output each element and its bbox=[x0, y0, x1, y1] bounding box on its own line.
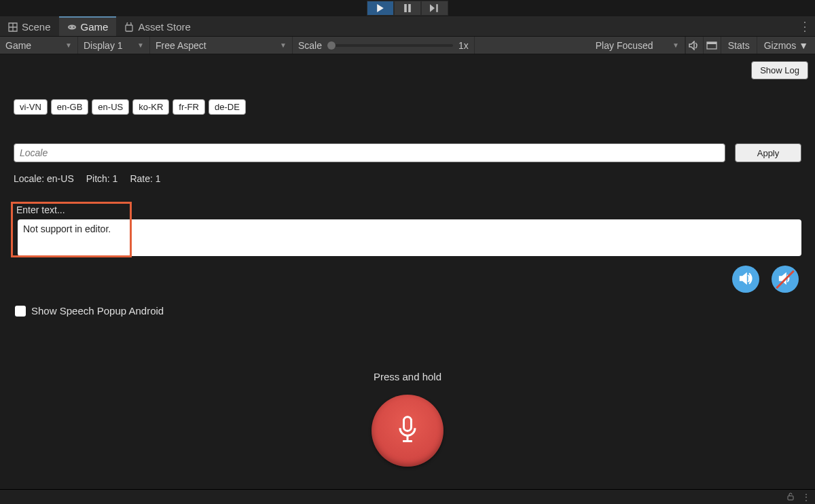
maximize-toggle[interactable] bbox=[703, 37, 721, 54]
status-rate: Rate: 1 bbox=[130, 173, 160, 184]
play-button[interactable] bbox=[367, 1, 394, 16]
tab-scene-label: Scene bbox=[22, 21, 51, 33]
tab-asset-store[interactable]: Asset Store bbox=[116, 16, 199, 36]
grid-icon bbox=[8, 22, 18, 32]
scale-label: Scale bbox=[298, 40, 322, 51]
svg-rect-1 bbox=[408, 4, 411, 12]
svg-point-5 bbox=[73, 26, 74, 27]
gizmos-dropdown[interactable]: Gizmos ▼ bbox=[757, 37, 815, 54]
text-input[interactable]: Not support in editor. bbox=[18, 219, 801, 256]
language-list: vi-VN en-GB en-US ko-KR fr-FR de-DE bbox=[14, 99, 808, 115]
play-mode-label: Play Focused bbox=[596, 40, 653, 51]
chevron-down-icon: ▼ bbox=[672, 41, 679, 49]
text-entry-section: Enter text... Not support in editor. bbox=[11, 202, 801, 256]
svg-rect-12 bbox=[788, 496, 793, 500]
locale-row: Apply bbox=[14, 143, 801, 162]
scale-control: Scale 1x bbox=[293, 37, 475, 54]
lang-pill[interactable]: en-US bbox=[92, 99, 129, 115]
view-dropdown[interactable]: Game ▼ bbox=[0, 37, 78, 54]
svg-rect-8 bbox=[707, 42, 717, 44]
lang-pill[interactable]: en-GB bbox=[51, 99, 89, 115]
aspect-dropdown[interactable]: Free Aspect ▼ bbox=[150, 37, 293, 54]
lock-icon[interactable] bbox=[786, 492, 795, 503]
lang-pill[interactable]: de-DE bbox=[209, 99, 246, 115]
locale-input[interactable] bbox=[14, 143, 725, 162]
panel-menu-button[interactable]: ⋮ bbox=[799, 16, 811, 36]
audio-toggle[interactable] bbox=[685, 37, 703, 54]
game-viewport: Show Log vi-VN en-GB en-US ko-KR fr-FR d… bbox=[0, 54, 815, 489]
slider-knob[interactable] bbox=[327, 41, 336, 50]
svg-rect-2 bbox=[436, 4, 437, 12]
gamepad-icon bbox=[67, 22, 77, 32]
pause-button[interactable] bbox=[394, 1, 421, 16]
tab-asset-store-label: Asset Store bbox=[138, 21, 191, 33]
play-mode-dropdown[interactable]: Play Focused ▼ bbox=[590, 37, 685, 54]
show-log-button[interactable]: Show Log bbox=[751, 61, 808, 79]
tab-game-label: Game bbox=[81, 21, 109, 33]
microphone-icon bbox=[396, 415, 419, 447]
mute-button[interactable] bbox=[772, 266, 799, 293]
enter-text-label: Enter text... bbox=[16, 202, 801, 215]
svg-rect-6 bbox=[126, 25, 132, 31]
step-button[interactable] bbox=[421, 1, 448, 16]
display-dropdown-label: Display 1 bbox=[84, 40, 123, 51]
play-controls-bar bbox=[0, 0, 815, 16]
speaker-icon bbox=[738, 271, 753, 288]
view-tabs-row: Scene Game Asset Store ⋮ bbox=[0, 16, 815, 37]
svg-point-4 bbox=[69, 26, 71, 27]
chevron-down-icon: ▼ bbox=[137, 41, 144, 49]
display-dropdown[interactable]: Display 1 ▼ bbox=[78, 37, 150, 54]
svg-point-3 bbox=[67, 24, 75, 29]
view-dropdown-label: Game bbox=[5, 40, 31, 51]
lang-pill[interactable]: ko-KR bbox=[132, 99, 169, 115]
speak-button[interactable] bbox=[732, 266, 759, 293]
panel-menu-icon[interactable]: ⋮ bbox=[801, 492, 811, 503]
game-options-row: Game ▼ Display 1 ▼ Free Aspect ▼ Scale 1… bbox=[0, 37, 815, 54]
tab-game[interactable]: Game bbox=[59, 16, 117, 36]
audio-buttons bbox=[7, 266, 799, 293]
svg-rect-9 bbox=[404, 416, 412, 431]
press-hold-label: Press and hold bbox=[7, 371, 808, 382]
show-popup-label: Show Speech Popup Android bbox=[31, 305, 164, 317]
stats-button[interactable]: Stats bbox=[721, 37, 757, 54]
chevron-down-icon: ▼ bbox=[799, 40, 808, 51]
chevron-down-icon: ▼ bbox=[65, 41, 72, 49]
tab-scene[interactable]: Scene bbox=[0, 16, 59, 36]
status-pitch: Pitch: 1 bbox=[86, 173, 118, 184]
status-locale: Locale: en-US bbox=[14, 173, 74, 184]
show-popup-checkbox[interactable] bbox=[15, 306, 26, 317]
aspect-dropdown-label: Free Aspect bbox=[156, 40, 206, 51]
scale-slider[interactable] bbox=[327, 44, 453, 47]
scale-value: 1x bbox=[458, 40, 469, 51]
lang-pill[interactable]: vi-VN bbox=[14, 99, 48, 115]
bag-icon bbox=[124, 22, 134, 32]
show-popup-row: Show Speech Popup Android bbox=[15, 305, 808, 317]
chevron-down-icon: ▼ bbox=[280, 41, 287, 49]
lang-pill[interactable]: fr-FR bbox=[173, 99, 205, 115]
stats-label: Stats bbox=[728, 40, 750, 51]
mic-button[interactable] bbox=[372, 395, 443, 467]
bottom-status-bar: ⋮ bbox=[0, 489, 815, 504]
svg-rect-0 bbox=[404, 4, 407, 12]
status-row: Locale: en-US Pitch: 1 Rate: 1 bbox=[14, 173, 808, 184]
gizmos-label: Gizmos bbox=[764, 40, 796, 51]
apply-button[interactable]: Apply bbox=[735, 143, 801, 162]
